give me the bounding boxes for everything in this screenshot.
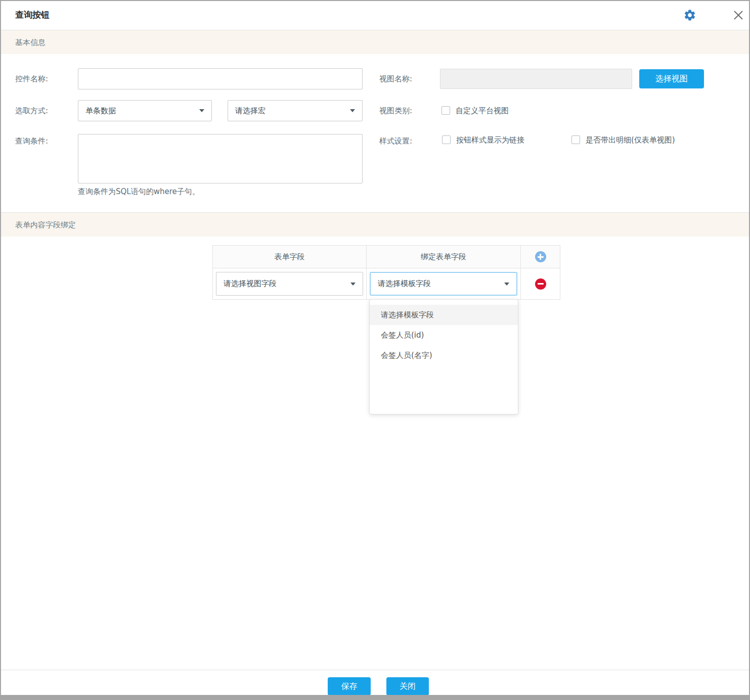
pick-mode-label: 选取方式:	[15, 100, 48, 121]
add-row-cell	[521, 246, 560, 268]
view-field-select-value: 请选择视图字段	[224, 279, 277, 289]
view-field-select[interactable]: 请选择视图字段	[216, 272, 363, 296]
column-header-bind-field: 绑定表单字段	[367, 246, 521, 268]
template-field-select[interactable]: 请选择模板字段	[370, 272, 517, 296]
chevron-down-icon	[350, 109, 355, 112]
button-as-link-checkbox[interactable]	[442, 135, 451, 144]
save-button[interactable]: 保存	[328, 677, 371, 695]
bring-detail-label: 是否带出明细(仅表单视图)	[586, 135, 675, 145]
horizontal-scrollbar[interactable]	[1, 695, 749, 699]
template-field-select-value: 请选择模板字段	[378, 279, 431, 289]
view-name-label: 视图名称:	[379, 68, 412, 89]
view-category-label: 视图类别:	[379, 100, 412, 121]
query-condition-hint: 查询条件为SQL语句的where子句。	[78, 187, 200, 197]
table-row-bind-field-cell: 请选择模板字段	[367, 268, 521, 299]
style-settings-label: 样式设置:	[379, 135, 412, 147]
select-view-button[interactable]: 选择视图	[639, 69, 704, 88]
chevron-down-icon	[199, 109, 204, 112]
query-condition-textarea[interactable]	[78, 134, 363, 183]
query-condition-label: 查询条件:	[15, 135, 48, 147]
query-button-dialog: 查询按钮 基本信息 控件名称: 视图名称: 选择视图 选取方式: 单条数据 请选…	[0, 0, 750, 700]
section-field-binding-label: 表单内容字段绑定	[15, 213, 76, 237]
table-row-form-field-cell: 请选择视图字段	[213, 268, 367, 299]
dialog-title: 查询按钮	[15, 9, 50, 21]
binding-table: 表单字段 绑定表单字段 请选择视图字段 请选择模板字段	[212, 245, 560, 300]
gear-icon[interactable]	[683, 9, 696, 22]
view-name-input	[440, 69, 632, 89]
control-name-input[interactable]	[78, 68, 363, 89]
section-field-binding: 表单内容字段绑定	[1, 212, 749, 237]
column-header-form-field: 表单字段	[213, 246, 367, 268]
chevron-down-icon	[504, 283, 509, 286]
chevron-down-icon	[350, 283, 356, 286]
dropdown-option[interactable]: 请选择模板字段	[370, 305, 518, 325]
plus-circle-icon[interactable]	[535, 251, 546, 262]
dropdown-option[interactable]: 会签人员(名字)	[370, 345, 518, 365]
minus-circle-icon[interactable]	[535, 278, 546, 290]
macro-select[interactable]: 请选择宏	[228, 100, 363, 121]
pick-mode-select[interactable]: 单条数据	[78, 100, 212, 121]
dropdown-option[interactable]: 会签人员(id)	[370, 325, 518, 345]
control-name-label: 控件名称:	[15, 68, 48, 89]
pick-mode-value: 单条数据	[85, 106, 116, 116]
footer-divider	[1, 670, 749, 670]
section-basic-info: 基本信息	[1, 30, 749, 54]
section-basic-info-label: 基本信息	[15, 30, 46, 55]
close-icon[interactable]	[733, 10, 744, 21]
remove-row-cell	[521, 268, 560, 299]
custom-platform-view-label: 自定义平台视图	[456, 100, 509, 121]
close-button[interactable]: 关闭	[386, 677, 429, 695]
macro-select-value: 请选择宏	[235, 106, 266, 116]
bring-detail-checkbox[interactable]	[571, 135, 580, 144]
custom-platform-view-checkbox[interactable]	[442, 106, 450, 115]
button-as-link-label: 按钮样式显示为链接	[456, 135, 524, 145]
template-field-dropdown: 请选择模板字段 会签人员(id) 会签人员(名字)	[369, 299, 518, 414]
